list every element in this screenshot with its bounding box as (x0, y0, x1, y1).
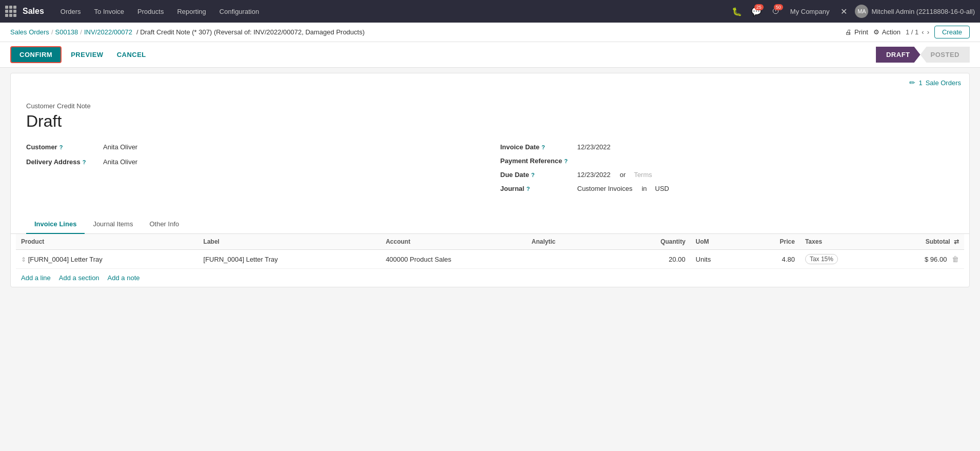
next-icon[interactable]: › (927, 28, 929, 36)
cell-analytic[interactable] (527, 250, 618, 269)
add-note-link[interactable]: Add a note (108, 274, 140, 282)
journal-currency[interactable]: USD (655, 185, 669, 192)
close-icon[interactable]: ✕ (835, 3, 852, 19)
create-button[interactable]: Create (934, 26, 970, 38)
col-header-analytic: Analytic (527, 234, 618, 250)
cell-price[interactable]: 4.80 (745, 250, 800, 269)
sale-orders-section: ✏ 1 Sale Orders (11, 73, 969, 92)
action-button[interactable]: ⚙ Action (873, 28, 901, 36)
status-posted[interactable]: POSTED (921, 47, 970, 63)
gear-icon: ⚙ (873, 28, 879, 36)
add-line-link[interactable]: Add a line (21, 274, 51, 282)
chat-icon[interactable]: 💬 25 (748, 3, 765, 19)
due-date-terms[interactable]: Terms (634, 171, 652, 179)
avatar: MA (855, 5, 868, 18)
invoice-lines-section: Product Label Account Analytic Quantity … (11, 234, 969, 287)
journal-in: in (642, 185, 647, 192)
col-header-label: Label (198, 234, 381, 250)
company-name[interactable]: My Company (790, 8, 830, 15)
journal-help-icon[interactable]: ? (526, 186, 530, 192)
status-draft[interactable]: DRAFT (876, 47, 921, 63)
sale-orders-count: 1 (918, 79, 922, 87)
col-header-price: Price (745, 234, 800, 250)
invoice-date-label: Invoice Date ? (501, 143, 572, 151)
table-row: ⇕ [FURN_0004] Letter Tray [FURN_0004] Le… (16, 250, 964, 269)
action-bar: CONFIRM PREVIEW CANCEL DRAFT POSTED (0, 42, 980, 68)
invoice-date-help-icon[interactable]: ? (542, 144, 545, 150)
col-header-product: Product (16, 234, 198, 250)
cancel-button[interactable]: CANCEL (113, 47, 150, 62)
col-header-uom: UoM (691, 234, 746, 250)
customer-row: Customer ? Anita Oliver (26, 143, 480, 151)
form-fields: Customer ? Anita Oliver Delivery Address… (26, 143, 954, 192)
payment-ref-help-icon[interactable]: ? (564, 158, 568, 164)
nav-item-products[interactable]: Products (132, 0, 169, 23)
customer-value[interactable]: Anita Oliver (103, 143, 137, 151)
breadcrumb-actions: 🖨 Print ⚙ Action 1 / 1 ‹ › Create (845, 26, 970, 38)
add-section-link[interactable]: Add a section (59, 274, 99, 282)
breadcrumb-inv[interactable]: INV/2022/00072 (84, 28, 132, 36)
journal-row: Journal ? Customer Invoices in USD (501, 185, 954, 192)
row-expand-icon[interactable]: ⇕ (21, 256, 26, 263)
record-counter: 1 / 1 ‹ › (906, 28, 929, 36)
nav-item-orders[interactable]: Orders (55, 0, 86, 23)
prev-icon[interactable]: ‹ (922, 28, 924, 36)
column-settings-icon[interactable]: ⇄ (954, 238, 959, 245)
bug-icon[interactable]: 🐛 (729, 3, 745, 19)
due-date-row: Due Date ? 12/23/2022 or Terms (501, 171, 954, 179)
status-bar: DRAFT POSTED (876, 47, 970, 63)
cell-product: ⇕ [FURN_0004] Letter Tray (16, 250, 198, 269)
preview-button[interactable]: PREVIEW (67, 47, 107, 62)
content-card: ✏ 1 Sale Orders Customer Credit Note Dra… (10, 73, 970, 287)
tab-invoice-lines[interactable]: Invoice Lines (26, 215, 85, 234)
delete-row-icon[interactable]: 🗑 (952, 255, 959, 263)
cell-taxes: Tax 15% (800, 250, 891, 269)
due-date-value[interactable]: 12/23/2022 (577, 171, 611, 179)
printer-icon: 🖨 (845, 28, 852, 36)
delivery-address-label: Delivery Address ? (26, 158, 98, 166)
user-menu[interactable]: MA Mitchell Admin (22118808-16-0-all) (855, 5, 975, 18)
due-date-or: or (620, 171, 626, 179)
confirm-button[interactable]: CONFIRM (10, 46, 62, 63)
tax-badge[interactable]: Tax 15% (805, 254, 838, 264)
cell-quantity[interactable]: 20.00 (617, 250, 690, 269)
tab-other-info[interactable]: Other Info (141, 215, 187, 234)
col-header-account: Account (381, 234, 526, 250)
payment-reference-label: Payment Reference ? (501, 157, 572, 165)
customer-label: Customer ? (26, 143, 98, 151)
delivery-help-icon[interactable]: ? (83, 159, 86, 165)
delivery-address-row: Delivery Address ? Anita Oliver (26, 158, 480, 166)
col-header-taxes: Taxes (800, 234, 891, 250)
journal-value[interactable]: Customer Invoices (577, 185, 633, 192)
payment-reference-row: Payment Reference ? (501, 157, 954, 165)
breadcrumb-sales-orders[interactable]: Sales Orders (10, 28, 49, 36)
invoice-date-row: Invoice Date ? 12/23/2022 (501, 143, 954, 151)
invoice-table: Product Label Account Analytic Quantity … (16, 234, 964, 269)
cell-label[interactable]: [FURN_0004] Letter Tray (198, 250, 381, 269)
delivery-address-value[interactable]: Anita Oliver (103, 158, 137, 166)
sale-orders-badge[interactable]: ✏ 1 Sale Orders (909, 79, 961, 87)
invoice-date-value[interactable]: 12/23/2022 (577, 143, 611, 151)
user-name: Mitchell Admin (22118808-16-0-all) (871, 8, 975, 15)
app-brand[interactable]: Sales (23, 7, 44, 16)
breadcrumb-current: / Draft Credit Note (* 307) (Reversal of… (136, 28, 365, 36)
clock-icon[interactable]: ⏱ 50 (768, 3, 784, 19)
app-menu-icon[interactable] (5, 6, 16, 17)
nav-item-reporting[interactable]: Reporting (172, 0, 211, 23)
nav-item-to-invoice[interactable]: To Invoice (89, 0, 130, 23)
print-button[interactable]: 🖨 Print (845, 28, 868, 36)
cell-subtotal: $ 96.00 🗑 (891, 250, 964, 269)
cell-uom[interactable]: Units (691, 250, 746, 269)
chat-badge: 25 (754, 4, 764, 10)
col-header-subtotal: Subtotal ⇄ (891, 234, 964, 250)
tab-journal-items[interactable]: Journal Items (85, 215, 141, 234)
breadcrumb-s00138[interactable]: S00138 (55, 28, 78, 36)
cell-account[interactable]: 400000 Product Sales (381, 250, 526, 269)
nav-item-configuration[interactable]: Configuration (214, 0, 264, 23)
customer-help-icon[interactable]: ? (59, 144, 63, 150)
doc-status-title: Draft (26, 112, 954, 131)
add-row-links: Add a line Add a section Add a note (16, 269, 964, 287)
col-header-quantity: Quantity (617, 234, 690, 250)
due-date-label: Due Date ? (501, 171, 572, 179)
due-date-help-icon[interactable]: ? (531, 172, 535, 178)
